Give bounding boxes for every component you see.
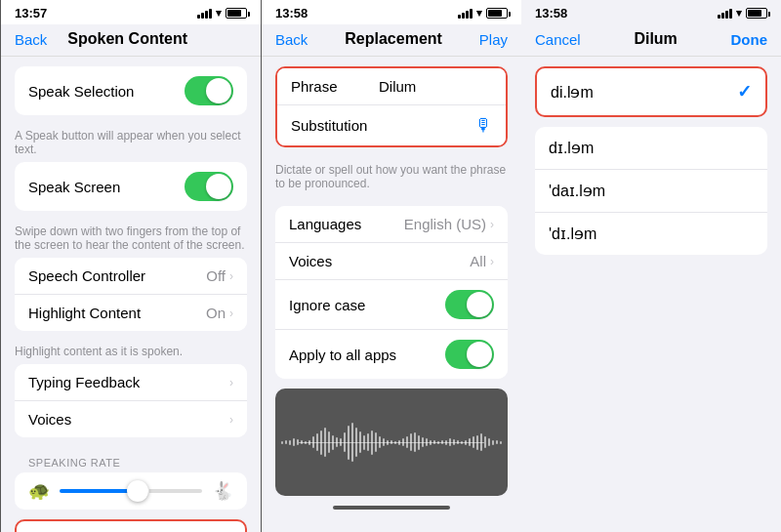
dilum-picker-content: di.lɘm ✓ dɪ.lɘm 'daɪ.lɘm 'dɪ.lɘm: [521, 57, 781, 532]
ignore-case-toggle[interactable]: [445, 290, 494, 319]
typing-voices-group: Typing Feedback › Voices ›: [15, 364, 247, 437]
speaking-rate-slider-row[interactable]: 🐢 🐇: [15, 472, 247, 510]
status-bar-2: 13:58 ▾: [262, 0, 521, 24]
waveform-display: [275, 389, 508, 496]
pronunciation-selected-row[interactable]: di.lɘm ✓: [535, 66, 767, 117]
pronunciation-list: dɪ.lɘm 'daɪ.lɘm 'dɪ.lɘm: [535, 127, 767, 255]
phrase-form: Phrase Dilum Substitution 🎙: [275, 66, 508, 147]
pronunciation-text-3: 'dɪ.lɘm: [549, 225, 596, 243]
signal-icon-2: [458, 9, 473, 19]
speak-selection-row[interactable]: Speak Selection: [15, 66, 247, 115]
panel-spoken-content: 13:57 ▾ Back Spoken Content Speak Select…: [0, 0, 262, 532]
replacement-content: Phrase Dilum Substitution 🎙 Dictate or s…: [262, 57, 521, 517]
pronunciation-selected-text: di.lɘm: [551, 83, 594, 102]
chevron-icon-2: ›: [229, 307, 233, 320]
battery-icon-3: [746, 8, 767, 19]
pronunciation-row-1[interactable]: dɪ.lɘm: [535, 127, 767, 170]
signal-icon: [197, 9, 212, 19]
slow-speed-icon: 🐢: [28, 480, 50, 502]
speak-screen-label: Speak Screen: [28, 179, 120, 195]
fast-speed-icon: 🐇: [212, 480, 233, 502]
speak-screen-toggle[interactable]: [185, 172, 233, 201]
ignore-case-label: Ignore case: [289, 297, 365, 313]
apply-all-apps-row[interactable]: Apply to all apps: [275, 330, 508, 379]
time-3: 13:58: [535, 6, 567, 20]
slider-track-container[interactable]: [60, 480, 202, 502]
speak-screen-group: Speak Screen: [15, 162, 247, 211]
slider-thumb[interactable]: [127, 480, 148, 502]
home-indicator-2: [333, 506, 450, 510]
wifi-icon: ▾: [216, 7, 222, 20]
voices-label: Voices: [28, 411, 71, 428]
page-title-2: Replacement: [345, 30, 442, 48]
spoken-content-settings: Speak Selection A Speak button will appe…: [1, 57, 261, 532]
wifi-icon-3: ▾: [736, 7, 742, 20]
panel-dilum-picker: 13:58 ▾ Cancel Dilum Done di.lɘm ✓ d: [521, 0, 781, 532]
ignore-case-row[interactable]: Ignore case: [275, 280, 508, 330]
typing-feedback-row[interactable]: Typing Feedback ›: [15, 364, 247, 401]
status-icons-3: ▾: [718, 7, 767, 20]
mic-button[interactable]: 🎙: [474, 115, 492, 136]
misc-settings-group: Speech Controller Off › Highlight Conten…: [15, 258, 247, 331]
pronunciations-row[interactable]: Pronunciations ›: [15, 519, 247, 532]
highlight-content-value: On ›: [206, 305, 233, 321]
status-icons-1: ▾: [197, 7, 247, 20]
substitution-label: Substitution: [291, 117, 379, 134]
voices-row-2[interactable]: Voices All ›: [275, 243, 508, 280]
pronunciation-row-3[interactable]: 'dɪ.lɘm: [535, 213, 767, 255]
speech-controller-value: Off ›: [206, 267, 233, 284]
chevron-icon-3: ›: [229, 376, 233, 389]
play-button[interactable]: Play: [479, 31, 508, 48]
highlight-content-label: Highlight Content: [28, 305, 141, 321]
chevron-icon-4: ›: [229, 413, 233, 427]
replacement-settings-group: Languages English (US) › Voices All › Ig…: [275, 206, 508, 379]
voices-label-2: Voices: [289, 253, 332, 269]
pronunciation-text-2: 'daɪ.lɘm: [549, 182, 605, 200]
pronunciation-text-1: dɪ.lɘm: [549, 139, 594, 157]
substitution-row[interactable]: Substitution 🎙: [277, 105, 506, 145]
form-hint: Dictate or spell out how you want the ph…: [262, 157, 521, 196]
phrase-row[interactable]: Phrase Dilum: [277, 68, 506, 105]
apply-all-apps-toggle[interactable]: [445, 340, 494, 369]
done-button[interactable]: Done: [731, 31, 768, 48]
battery-icon-2: [486, 8, 508, 19]
status-icons-2: ▾: [458, 7, 508, 20]
status-bar-1: 13:57 ▾: [1, 0, 261, 24]
languages-row[interactable]: Languages English (US) ›: [275, 206, 508, 243]
slider-thumb-wrap[interactable]: [138, 480, 149, 502]
nav-bar-2: Back Replacement Play: [262, 24, 521, 57]
panel-replacement: 13:58 ▾ Back Replacement Play Phrase Dil…: [262, 0, 521, 532]
languages-label: Languages: [289, 216, 361, 232]
speech-controller-row[interactable]: Speech Controller Off ›: [15, 258, 247, 295]
speak-selection-toggle[interactable]: [185, 76, 233, 105]
cancel-button[interactable]: Cancel: [535, 31, 581, 48]
page-title-3: Dilum: [634, 30, 677, 48]
page-title-1: Spoken Content: [67, 30, 187, 48]
chevron-icon-7: ›: [490, 255, 494, 268]
back-button-2[interactable]: Back: [275, 31, 308, 48]
voices-row[interactable]: Voices ›: [15, 401, 247, 437]
speaking-rate-label: SPEAKING RATE: [1, 447, 261, 472]
highlight-content-row[interactable]: Highlight Content On ›: [15, 295, 247, 331]
chevron-icon-6: ›: [490, 218, 494, 231]
languages-value: English (US) ›: [404, 216, 494, 232]
nav-bar-3: Cancel Dilum Done: [521, 24, 781, 57]
slider-empty: [149, 489, 202, 493]
status-bar-3: 13:58 ▾: [521, 0, 781, 24]
waveform-baseline: [299, 442, 484, 443]
time-2: 13:58: [275, 6, 308, 20]
checkmark-icon: ✓: [737, 81, 752, 102]
speak-selection-label: Speak Selection: [28, 83, 134, 100]
signal-icon-3: [718, 9, 732, 19]
phrase-value[interactable]: Dilum: [379, 78, 492, 95]
pronunciation-row-2[interactable]: 'daɪ.lɘm: [535, 170, 767, 213]
speak-selection-group: Speak Selection: [15, 66, 247, 115]
back-button-1[interactable]: Back: [15, 31, 47, 48]
phrase-label: Phrase: [291, 78, 379, 95]
speech-controller-label: Speech Controller: [28, 267, 145, 284]
battery-icon: [226, 8, 247, 19]
chevron-icon: ›: [229, 269, 233, 283]
highlight-content-subtext: Highlight content as it is spoken.: [1, 341, 261, 358]
speak-screen-row[interactable]: Speak Screen: [15, 162, 247, 211]
speak-screen-subtext: Swipe down with two fingers from the top…: [1, 221, 261, 252]
